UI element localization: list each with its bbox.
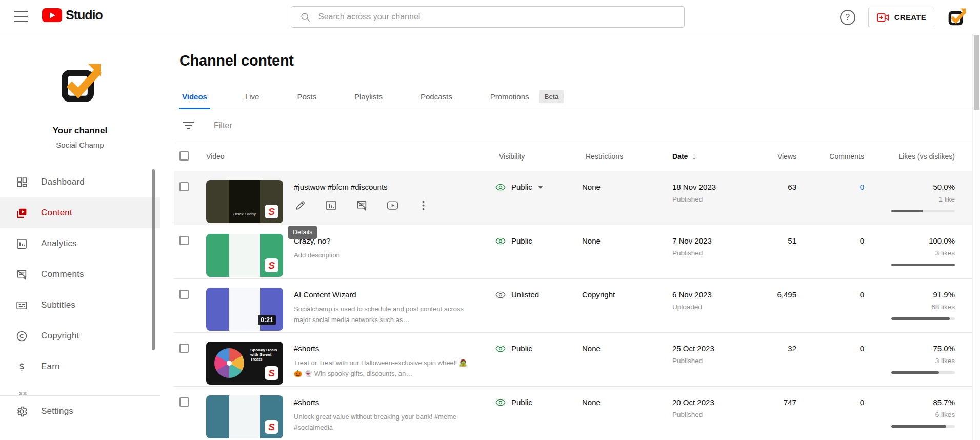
account-avatar[interactable]: [947, 8, 966, 27]
visibility-cell[interactable]: Public: [492, 333, 579, 354]
likes-cell: 91.9% 68 likes: [867, 279, 958, 320]
table-row[interactable]: Spooky Deals with Sweet Treats S #shorts…: [174, 333, 972, 387]
video-thumbnail[interactable]: Spooky Deals with Sweet Treats S: [206, 342, 283, 385]
video-thumbnail[interactable]: 0:21: [206, 288, 283, 331]
comments-cell[interactable]: 0: [799, 387, 867, 407]
visibility-cell[interactable]: Public: [492, 171, 579, 192]
sidebar-item-label: Earn: [41, 362, 60, 372]
table-body: Black Friday S #justwow #bfcm #discounts…: [174, 171, 972, 440]
channel-search-bar[interactable]: [291, 6, 685, 28]
restrictions-cell[interactable]: Copyright: [579, 279, 669, 299]
comments-icon[interactable]: [355, 199, 368, 212]
sidebar-item-copyright[interactable]: Copyright: [0, 321, 160, 351]
visibility-dropdown-arrow-icon[interactable]: [538, 186, 543, 189]
likes-cell: 75.0% 3 likes: [867, 333, 958, 374]
restrictions-cell[interactable]: None: [579, 225, 669, 245]
sidebar-item-analytics[interactable]: Analytics: [0, 228, 160, 259]
visibility-cell[interactable]: Unlisted: [492, 279, 579, 300]
video-title[interactable]: #shorts: [294, 344, 472, 353]
video-title[interactable]: #justwow #bfcm #discounts: [294, 183, 430, 191]
tab-posts[interactable]: Posts: [294, 85, 319, 109]
channel-avatar[interactable]: [58, 62, 102, 105]
create-button[interactable]: CREATE: [868, 8, 934, 27]
col-header-date[interactable]: Date ↓: [669, 152, 746, 161]
table-row[interactable]: 0:21 AI Content Wizard Socialchamp is us…: [174, 279, 972, 333]
select-all-checkbox[interactable]: [179, 151, 189, 161]
row-checkbox[interactable]: [179, 182, 189, 191]
main-content: Channel content Videos Live Posts Playli…: [160, 34, 972, 440]
earn-icon: [15, 361, 28, 373]
video-description[interactable]: Treat or Treat with our Halloween-exclus…: [294, 358, 472, 379]
comments-cell[interactable]: 0: [799, 279, 867, 299]
create-button-label: CREATE: [894, 13, 926, 22]
video-title[interactable]: #shorts: [294, 398, 472, 407]
tab-live[interactable]: Live: [242, 85, 263, 109]
restrictions-cell[interactable]: None: [579, 387, 669, 407]
restrictions-cell[interactable]: None: [579, 171, 669, 191]
more-options-kebab-icon[interactable]: [417, 199, 430, 212]
likes-count: 3 likes: [867, 357, 955, 365]
analytics-icon: [15, 237, 28, 250]
sidebar-item-content[interactable]: Content: [0, 197, 160, 228]
sidebar-scrollbar[interactable]: [152, 169, 155, 350]
row-checkbox[interactable]: [179, 397, 189, 407]
filter-input[interactable]: [214, 121, 522, 130]
col-header-restrictions: Restrictions: [579, 152, 669, 161]
video-thumbnail[interactable]: S: [206, 395, 283, 438]
visibility-label: Public: [511, 236, 532, 245]
subtitles-icon: [15, 299, 28, 312]
table-row[interactable]: S #shorts Unlock great value without bre…: [174, 387, 972, 440]
col-header-views: Views: [746, 152, 799, 161]
table-row[interactable]: Black Friday S #justwow #bfcm #discounts…: [174, 171, 972, 225]
comments-cell[interactable]: 0: [799, 333, 867, 353]
sidebar-item-dashboard[interactable]: Dashboard: [0, 167, 160, 197]
views-cell: 32: [746, 333, 799, 353]
search-input[interactable]: [318, 12, 684, 22]
row-checkbox[interactable]: [179, 236, 189, 245]
tab-videos[interactable]: Videos: [179, 85, 210, 109]
row-checkbox[interactable]: [179, 290, 189, 299]
help-icon[interactable]: ?: [840, 10, 855, 25]
comments-cell[interactable]: 0: [799, 171, 867, 191]
comments-cell[interactable]: 0: [799, 225, 867, 245]
sidebar-item-settings[interactable]: Settings: [0, 396, 160, 427]
sidebar-item-comments[interactable]: Comments: [0, 259, 160, 290]
tab-playlists[interactable]: Playlists: [351, 85, 386, 109]
visibility-label: Public: [511, 398, 532, 407]
content-tabs: Videos Live Posts Playlists Podcasts Pro…: [174, 85, 972, 109]
video-thumbnail[interactable]: Black Friday S: [206, 180, 283, 223]
video-thumbnail[interactable]: S: [206, 234, 283, 277]
edit-pencil-icon[interactable]: [294, 199, 307, 212]
tab-promotions[interactable]: Promotions: [487, 85, 532, 109]
video-title[interactable]: AI Content Wizard: [294, 290, 472, 299]
restrictions-cell[interactable]: None: [579, 333, 669, 353]
sidebar-item-subtitles[interactable]: Subtitles: [0, 290, 160, 321]
youtube-studio-logo[interactable]: Studio: [42, 8, 103, 23]
row-hover-actions: [294, 199, 430, 212]
analytics-icon[interactable]: [325, 199, 337, 212]
video-duration-badge: 0:21: [258, 315, 276, 325]
tab-podcasts[interactable]: Podcasts: [417, 85, 455, 109]
likes-cell: 50.0% 1 like: [867, 171, 958, 212]
visibility-cell[interactable]: Public: [492, 225, 579, 246]
like-percentage: 75.0%: [867, 344, 955, 353]
page-scrollbar[interactable]: [972, 34, 980, 440]
socialchamp-logo-badge: S: [265, 205, 278, 218]
sidebar-item-earn[interactable]: Earn: [0, 351, 160, 382]
page-scrollbar-thumb[interactable]: [974, 35, 979, 110]
date-status: Published: [672, 249, 746, 257]
beta-badge: Beta: [539, 90, 564, 103]
like-percentage: 50.0%: [867, 183, 955, 191]
view-on-youtube-icon[interactable]: [386, 199, 399, 212]
video-description[interactable]: Unlock great value without breaking your…: [294, 412, 472, 433]
video-description[interactable]: Socialchamp is used to schedule and post…: [294, 304, 472, 326]
hamburger-menu-icon[interactable]: [14, 11, 28, 22]
video-description[interactable]: Add description: [294, 250, 340, 261]
date-cell: 6 Nov 2023 Uploaded: [669, 279, 746, 311]
filter-icon[interactable]: [182, 122, 194, 129]
date-cell: 25 Oct 2023 Published: [669, 333, 746, 365]
channel-name: Social Champ: [0, 141, 160, 149]
sidebar-menu: Dashboard Content Analytics Comments Sub…: [0, 167, 160, 427]
row-checkbox[interactable]: [179, 344, 189, 353]
visibility-cell[interactable]: Public: [492, 387, 579, 408]
